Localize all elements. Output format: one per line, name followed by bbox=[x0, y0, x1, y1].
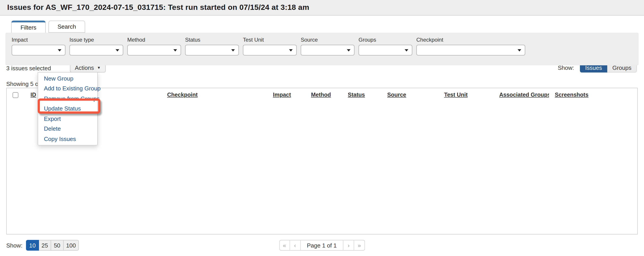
filter-label-impact: Impact bbox=[12, 37, 66, 43]
page-indicator: Page 1 of 1 bbox=[301, 240, 344, 251]
dropdown-caret-icon bbox=[231, 49, 235, 51]
column-header-test-unit[interactable]: Test Unit bbox=[444, 92, 468, 98]
filter-label-status: Status bbox=[185, 37, 239, 43]
column-header-associated-groups[interactable]: Associated Groups bbox=[499, 92, 549, 98]
page-size-group: 102550100 bbox=[26, 240, 79, 251]
table-header-row: ID▲ Description Checkpoint Impact Method… bbox=[7, 88, 637, 102]
method-filter-select[interactable] bbox=[127, 45, 181, 55]
page-size-25-button[interactable]: 25 bbox=[39, 240, 51, 251]
bottom-bar: Show: 102550100 « ‹ Page 1 of 1 › » bbox=[6, 240, 638, 251]
filter-label-test-unit: Test Unit bbox=[243, 37, 297, 43]
dropdown-caret-icon bbox=[116, 49, 119, 51]
page-size-control: Show: 102550100 bbox=[6, 240, 79, 251]
menu-item-export[interactable]: Export bbox=[38, 114, 97, 124]
test-unit-filter-select[interactable] bbox=[243, 45, 297, 55]
tab-search[interactable]: Search bbox=[48, 20, 85, 33]
dropdown-caret-icon bbox=[518, 49, 521, 51]
prev-page-icon: ‹ bbox=[294, 242, 296, 249]
filter-panel: ImpactIssue typeMethodStatusTest UnitSou… bbox=[6, 33, 638, 65]
column-header-id[interactable]: ID bbox=[30, 92, 36, 98]
page-size-label: Show: bbox=[6, 242, 22, 249]
menu-item-delete[interactable]: Delete bbox=[38, 124, 97, 134]
filter-group-impact: Impact bbox=[12, 37, 66, 65]
first-page-button[interactable]: « bbox=[279, 240, 290, 251]
last-page-icon: » bbox=[358, 242, 361, 249]
tab-search-label: Search bbox=[58, 23, 76, 30]
filter-group-source: Source bbox=[301, 37, 354, 65]
dropdown-caret-icon bbox=[174, 49, 177, 51]
column-header-method[interactable]: Method bbox=[311, 92, 331, 98]
column-header-status[interactable]: Status bbox=[348, 92, 365, 98]
column-header-impact[interactable]: Impact bbox=[273, 92, 291, 98]
prev-page-button[interactable]: ‹ bbox=[290, 240, 301, 251]
filter-group-method: Method bbox=[127, 37, 181, 65]
select-all-checkbox[interactable] bbox=[12, 92, 18, 98]
first-page-icon: « bbox=[283, 242, 286, 249]
issues-table: ID▲ Description Checkpoint Impact Method… bbox=[7, 88, 637, 102]
menu-item-new-group[interactable]: New Group bbox=[38, 73, 97, 83]
page-size-100-button[interactable]: 100 bbox=[64, 240, 79, 251]
issues-table-container: ID▲ Description Checkpoint Impact Method… bbox=[6, 88, 638, 235]
filter-label-checkpoint: Checkpoint bbox=[416, 37, 525, 43]
issue-type-filter-select[interactable] bbox=[70, 45, 123, 55]
filter-label-groups: Groups bbox=[358, 37, 412, 43]
tab-filters[interactable]: Filters bbox=[11, 20, 46, 33]
status-filter-select[interactable] bbox=[185, 45, 239, 55]
tab-filters-label: Filters bbox=[20, 24, 36, 31]
pagination: « ‹ Page 1 of 1 › » bbox=[279, 240, 365, 251]
dropdown-caret-icon bbox=[289, 49, 293, 51]
menu-item-remove-from-groups[interactable]: Remove from Groups bbox=[38, 94, 97, 104]
dropdown-caret-icon bbox=[405, 49, 408, 51]
page-header: Issues for AS_WF_170_2024-07-15_031715: … bbox=[0, 0, 644, 16]
page-size-10-button[interactable]: 10 bbox=[26, 240, 39, 251]
tab-bar: Filters Search bbox=[11, 20, 85, 33]
actions-dropdown-menu: New GroupAdd to Existing GroupRemove fro… bbox=[38, 72, 98, 145]
column-header-screenshots[interactable]: Screenshots bbox=[555, 92, 588, 98]
page-size-50-button[interactable]: 50 bbox=[51, 240, 64, 251]
next-page-button[interactable]: › bbox=[344, 240, 354, 251]
filter-label-issue-type: Issue type bbox=[70, 37, 123, 43]
checkpoint-filter-select[interactable] bbox=[416, 45, 525, 55]
filter-label-source: Source bbox=[301, 37, 354, 43]
menu-item-copy-issues[interactable]: Copy Issues bbox=[38, 134, 97, 144]
filter-group-checkpoint: Checkpoint bbox=[416, 37, 525, 65]
last-page-button[interactable]: » bbox=[354, 240, 365, 251]
filter-group-status: Status bbox=[185, 37, 239, 65]
impact-filter-select[interactable] bbox=[12, 45, 66, 55]
page: Issues for AS_WF_170_2024-07-15_031715: … bbox=[0, 0, 644, 256]
source-filter-select[interactable] bbox=[301, 45, 354, 55]
column-header-source[interactable]: Source bbox=[387, 92, 406, 98]
filter-group-issue-type: Issue type bbox=[70, 37, 123, 65]
dropdown-caret-icon bbox=[347, 49, 350, 51]
issues-selected-count: 3 issues selected bbox=[6, 65, 51, 71]
filter-group-test-unit: Test Unit bbox=[243, 37, 297, 65]
page-title: Issues for AS_WF_170_2024-07-15_031715: … bbox=[7, 3, 309, 12]
dropdown-caret-icon bbox=[58, 49, 62, 51]
next-page-icon: › bbox=[348, 242, 350, 249]
menu-item-add-to-existing-group[interactable]: Add to Existing Group bbox=[38, 83, 97, 94]
filter-group-groups: Groups bbox=[358, 37, 412, 65]
groups-filter-select[interactable] bbox=[358, 45, 412, 55]
column-header-checkpoint[interactable]: Checkpoint bbox=[167, 92, 198, 98]
menu-item-update-status[interactable]: Update Status bbox=[38, 104, 97, 114]
chevron-down-icon: ▼ bbox=[97, 66, 100, 70]
filter-label-method: Method bbox=[127, 37, 181, 43]
